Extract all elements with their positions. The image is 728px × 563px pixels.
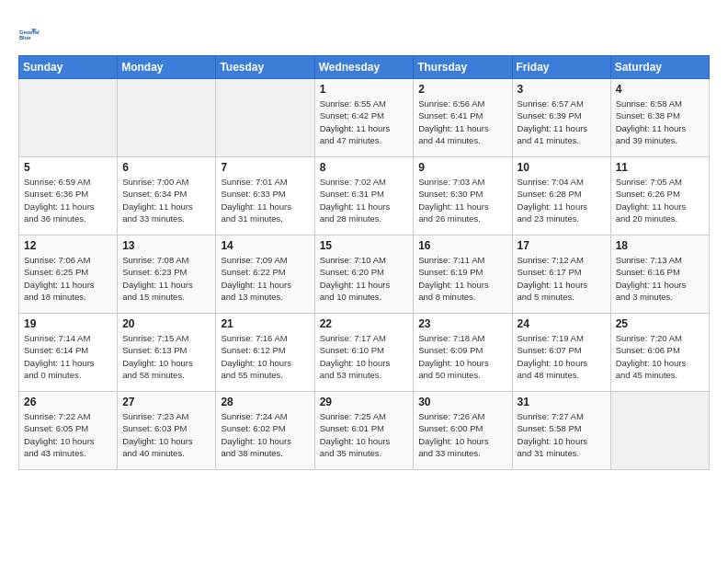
day-number: 19 [24,317,112,330]
day-number: 26 [24,396,112,408]
calendar-week-row: 1Sunrise: 6:55 AM Sunset: 6:42 PM Daylig… [19,79,710,157]
day-number: 17 [518,239,606,252]
day-info: Sunrise: 7:13 AM Sunset: 6:16 PM Dayligh… [616,254,704,303]
page-header: General Blue [18,18,710,52]
calendar-week-row: 5Sunrise: 6:59 AM Sunset: 6:36 PM Daylig… [19,157,710,236]
calendar-cell: 27Sunrise: 7:23 AM Sunset: 6:03 PM Dayli… [118,392,216,470]
day-header-tuesday: Tuesday [216,56,314,79]
calendar-cell: 7Sunrise: 7:01 AM Sunset: 6:33 PM Daylig… [216,157,314,236]
day-number: 15 [320,239,409,252]
day-number: 13 [122,239,210,252]
calendar-cell: 16Sunrise: 7:11 AM Sunset: 6:19 PM Dayli… [414,236,512,314]
logo: General Blue [18,18,55,52]
calendar-cell [216,79,314,157]
day-info: Sunrise: 7:01 AM Sunset: 6:33 PM Dayligh… [221,176,309,224]
day-info: Sunrise: 7:24 AM Sunset: 6:02 PM Dayligh… [221,410,309,459]
calendar-cell: 5Sunrise: 6:59 AM Sunset: 6:36 PM Daylig… [19,157,118,236]
calendar-cell: 10Sunrise: 7:04 AM Sunset: 6:28 PM Dayli… [512,157,610,236]
day-number: 4 [616,83,704,96]
calendar-cell: 24Sunrise: 7:19 AM Sunset: 6:07 PM Dayli… [512,314,610,392]
calendar-cell: 3Sunrise: 6:57 AM Sunset: 6:39 PM Daylig… [512,79,610,157]
calendar-cell: 23Sunrise: 7:18 AM Sunset: 6:09 PM Dayli… [414,314,512,392]
day-number: 3 [518,83,606,96]
calendar-header-row: SundayMondayTuesdayWednesdayThursdayFrid… [19,56,710,79]
calendar-cell: 21Sunrise: 7:16 AM Sunset: 6:12 PM Dayli… [216,314,314,392]
calendar-cell: 14Sunrise: 7:09 AM Sunset: 6:22 PM Dayli… [216,236,314,314]
day-number: 22 [320,317,409,330]
day-info: Sunrise: 7:17 AM Sunset: 6:10 PM Dayligh… [320,332,409,381]
day-number: 7 [221,161,309,174]
day-info: Sunrise: 6:55 AM Sunset: 6:42 PM Dayligh… [320,98,409,146]
day-number: 28 [221,396,309,408]
calendar-cell: 19Sunrise: 7:14 AM Sunset: 6:14 PM Dayli… [19,314,118,392]
day-number: 18 [616,239,704,252]
day-number: 16 [418,239,506,252]
day-info: Sunrise: 6:56 AM Sunset: 6:41 PM Dayligh… [418,98,506,146]
calendar-cell: 26Sunrise: 7:22 AM Sunset: 6:05 PM Dayli… [19,392,118,470]
day-header-thursday: Thursday [414,56,512,79]
day-info: Sunrise: 6:58 AM Sunset: 6:38 PM Dayligh… [616,98,704,146]
day-info: Sunrise: 7:08 AM Sunset: 6:23 PM Dayligh… [122,254,210,303]
day-number: 14 [221,239,309,252]
day-number: 29 [320,396,409,408]
calendar-cell: 18Sunrise: 7:13 AM Sunset: 6:16 PM Dayli… [610,236,709,314]
day-info: Sunrise: 7:23 AM Sunset: 6:03 PM Dayligh… [122,410,210,459]
day-info: Sunrise: 7:00 AM Sunset: 6:34 PM Dayligh… [122,176,210,224]
day-info: Sunrise: 7:11 AM Sunset: 6:19 PM Dayligh… [418,254,506,303]
day-number: 8 [320,161,409,174]
calendar-cell: 1Sunrise: 6:55 AM Sunset: 6:42 PM Daylig… [314,79,414,157]
day-info: Sunrise: 7:12 AM Sunset: 6:17 PM Dayligh… [518,254,606,303]
calendar-cell: 4Sunrise: 6:58 AM Sunset: 6:38 PM Daylig… [610,79,709,157]
calendar-cell: 6Sunrise: 7:00 AM Sunset: 6:34 PM Daylig… [118,157,216,236]
calendar-table: SundayMondayTuesdayWednesdayThursdayFrid… [18,55,710,470]
day-number: 27 [122,396,210,408]
calendar-week-row: 19Sunrise: 7:14 AM Sunset: 6:14 PM Dayli… [19,314,710,392]
calendar-cell: 8Sunrise: 7:02 AM Sunset: 6:31 PM Daylig… [314,157,414,236]
calendar-cell: 29Sunrise: 7:25 AM Sunset: 6:01 PM Dayli… [314,392,414,470]
day-info: Sunrise: 7:22 AM Sunset: 6:05 PM Dayligh… [24,410,112,459]
calendar-cell: 13Sunrise: 7:08 AM Sunset: 6:23 PM Dayli… [118,236,216,314]
day-header-saturday: Saturday [610,56,709,79]
calendar-cell: 22Sunrise: 7:17 AM Sunset: 6:10 PM Dayli… [314,314,414,392]
day-number: 20 [122,317,210,330]
day-info: Sunrise: 7:14 AM Sunset: 6:14 PM Dayligh… [24,332,112,381]
day-info: Sunrise: 7:19 AM Sunset: 6:07 PM Dayligh… [518,332,606,381]
day-info: Sunrise: 7:18 AM Sunset: 6:09 PM Dayligh… [418,332,506,381]
day-info: Sunrise: 7:10 AM Sunset: 6:20 PM Dayligh… [320,254,409,303]
day-number: 1 [320,83,409,96]
day-header-monday: Monday [118,56,216,79]
calendar-cell: 11Sunrise: 7:05 AM Sunset: 6:26 PM Dayli… [610,157,709,236]
day-info: Sunrise: 7:20 AM Sunset: 6:06 PM Dayligh… [616,332,704,381]
calendar-cell: 28Sunrise: 7:24 AM Sunset: 6:02 PM Dayli… [216,392,314,470]
calendar-cell [118,79,216,157]
day-number: 21 [221,317,309,330]
calendar-week-row: 12Sunrise: 7:06 AM Sunset: 6:25 PM Dayli… [19,236,710,314]
day-info: Sunrise: 7:27 AM Sunset: 5:58 PM Dayligh… [518,410,606,459]
day-header-sunday: Sunday [19,56,118,79]
day-info: Sunrise: 7:09 AM Sunset: 6:22 PM Dayligh… [221,254,309,303]
day-number: 30 [418,396,506,408]
calendar-cell: 20Sunrise: 7:15 AM Sunset: 6:13 PM Dayli… [118,314,216,392]
calendar-cell: 25Sunrise: 7:20 AM Sunset: 6:06 PM Dayli… [610,314,709,392]
day-number: 5 [24,161,112,174]
day-number: 31 [518,396,606,408]
day-info: Sunrise: 7:26 AM Sunset: 6:00 PM Dayligh… [418,410,506,459]
day-header-wednesday: Wednesday [314,56,414,79]
calendar-cell: 12Sunrise: 7:06 AM Sunset: 6:25 PM Dayli… [19,236,118,314]
calendar-cell: 9Sunrise: 7:03 AM Sunset: 6:30 PM Daylig… [414,157,512,236]
calendar-week-row: 26Sunrise: 7:22 AM Sunset: 6:05 PM Dayli… [19,392,710,470]
day-info: Sunrise: 7:03 AM Sunset: 6:30 PM Dayligh… [418,176,506,224]
calendar-cell [19,79,118,157]
day-info: Sunrise: 7:16 AM Sunset: 6:12 PM Dayligh… [221,332,309,381]
day-info: Sunrise: 6:57 AM Sunset: 6:39 PM Dayligh… [518,98,606,146]
day-info: Sunrise: 7:04 AM Sunset: 6:28 PM Dayligh… [518,176,606,224]
day-number: 10 [518,161,606,174]
day-number: 2 [418,83,506,96]
day-info: Sunrise: 6:59 AM Sunset: 6:36 PM Dayligh… [24,176,112,224]
calendar-cell: 2Sunrise: 6:56 AM Sunset: 6:41 PM Daylig… [414,79,512,157]
day-number: 23 [418,317,506,330]
calendar-cell: 31Sunrise: 7:27 AM Sunset: 5:58 PM Dayli… [512,392,610,470]
day-info: Sunrise: 7:05 AM Sunset: 6:26 PM Dayligh… [616,176,704,224]
day-info: Sunrise: 7:06 AM Sunset: 6:25 PM Dayligh… [24,254,112,303]
svg-text:Blue: Blue [19,35,31,40]
